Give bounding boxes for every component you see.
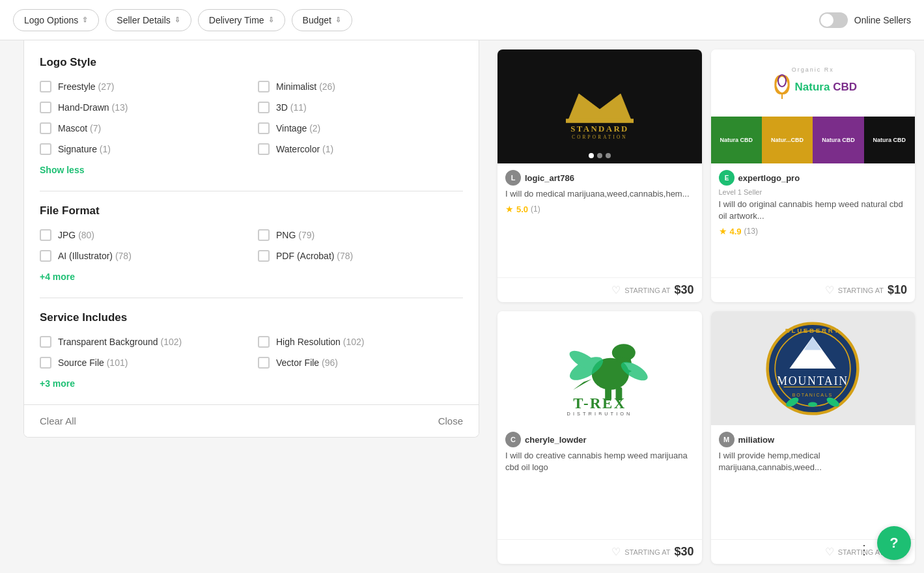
product-info-4: M miliatiow I will provide hemp,medical …	[711, 425, 916, 539]
product-image-3: T-REX DISTRIBUTION	[497, 311, 702, 425]
minimalist-box	[258, 81, 270, 92]
mascot-label: Mascot (7)	[58, 123, 101, 133]
product-desc-2: I will do original cannabis hemp weed na…	[719, 199, 908, 222]
vector-file-label: Vector File (96)	[276, 357, 338, 368]
jpg-label: JPG (80)	[58, 230, 94, 240]
seller-row-2: E expertlogo_pro	[719, 170, 908, 186]
panel-scroll[interactable]: Logo Style Freestyle (27) Minimalist (26…	[24, 40, 479, 404]
vintage-checkbox[interactable]: Vintage (2)	[258, 122, 463, 134]
product-desc-1: I will do medical marijuana,weed,cannabi…	[505, 188, 694, 200]
minimalist-label: Minimalist (26)	[276, 81, 335, 92]
svg-point-31	[808, 402, 817, 406]
natura-organic-label: Organic Rx	[769, 66, 857, 73]
png-checkbox[interactable]: PNG (79)	[258, 229, 463, 241]
logo-style-title: Logo Style	[40, 56, 463, 69]
seller-row-4: M miliatiow	[719, 432, 908, 447]
dot-3	[606, 153, 611, 158]
hand-drawn-checkbox[interactable]: Hand-Drawn (13)	[40, 102, 245, 113]
seller-avatar-3: C	[505, 432, 521, 447]
expert-badge-icon: E	[721, 172, 733, 184]
close-button[interactable]: Close	[438, 415, 463, 426]
svg-text:BOTANICALS: BOTANICALS	[792, 392, 833, 397]
product-image-2: Organic Rx Natura CBD	[711, 49, 916, 163]
hand-drawn-box	[40, 102, 51, 113]
service-includes-more-link[interactable]: +3 more	[40, 378, 75, 389]
svg-text:BLUEBERRY: BLUEBERRY	[785, 326, 840, 333]
minimalist-checkbox[interactable]: Minimalist (26)	[258, 81, 463, 92]
price-row-3: ♡ STARTING AT $30	[497, 539, 702, 564]
jpg-checkbox[interactable]: JPG (80)	[40, 229, 245, 241]
seller-avatar-4: M	[719, 432, 735, 447]
signature-checkbox[interactable]: Signature (1)	[40, 143, 245, 155]
seller-name-4: miliatiow	[738, 435, 775, 445]
signature-label: Signature (1)	[58, 144, 111, 154]
online-sellers-toggle[interactable]	[819, 12, 848, 28]
natura-text-green: Natura	[795, 81, 830, 93]
clear-all-button[interactable]: Clear All	[40, 415, 76, 426]
product-desc-3: I will do creative cannabis hemp weed ma…	[505, 450, 694, 473]
card1-dots	[589, 153, 611, 158]
source-file-checkbox[interactable]: Source File (101)	[40, 357, 245, 369]
star-icon-2: ★	[719, 226, 727, 236]
natura-cell-4: Natura CBD	[864, 117, 915, 163]
online-sellers-label: Online Sellers	[854, 15, 911, 25]
price-3: $30	[674, 545, 693, 559]
heart-icon-1[interactable]: ♡	[611, 284, 621, 296]
budget-filter[interactable]: Budget ⇩	[292, 9, 352, 31]
heart-icon-2[interactable]: ♡	[825, 284, 834, 296]
product-grid: STANDARD CORPORATION L logic_art786 I wi…	[488, 40, 924, 573]
natura-color-grid: Natura CBD Natur...CBD Natura CBD Natura…	[711, 117, 916, 163]
svg-marker-13	[573, 379, 592, 389]
help-button[interactable]: ?	[877, 526, 911, 560]
product-image-1: STANDARD CORPORATION	[497, 49, 702, 163]
svg-text:T-REX: T-REX	[573, 395, 626, 412]
freestyle-checkbox[interactable]: Freestyle (27)	[40, 81, 245, 92]
seller-name-1: logic_art786	[525, 173, 574, 183]
product-card-4: BLUEBERRY MOUNTAIN BOTANICALS M miliatio…	[711, 311, 916, 564]
seller-name-3: cheryle_lowder	[525, 435, 587, 445]
budget-label: Budget	[303, 15, 331, 25]
heart-icon-4[interactable]: ♡	[825, 546, 834, 558]
natura-text-purple: CBD	[833, 81, 857, 93]
file-format-section: File Format JPG (80) PNG (79) AI (Illust…	[40, 204, 463, 285]
show-less-link[interactable]: Show less	[40, 165, 84, 175]
transparent-bg-checkbox[interactable]: Transparent Background (102)	[40, 336, 245, 348]
dot-3-2	[597, 415, 602, 420]
divider-2	[40, 298, 463, 298]
service-includes-grid: Transparent Background (102) High Resolu…	[40, 336, 463, 369]
product-info-1: L logic_art786 I will do medical marijua…	[497, 163, 702, 277]
file-format-title: File Format	[40, 204, 463, 217]
high-res-checkbox[interactable]: High Resolution (102)	[258, 336, 463, 348]
ai-checkbox[interactable]: AI (Illustrator) (78)	[40, 250, 245, 262]
product-info-2: E expertlogo_pro Level 1 Seller I will d…	[711, 163, 916, 277]
online-sellers-container: Online Sellers	[819, 12, 911, 28]
star-icon-1: ★	[505, 204, 514, 214]
heart-icon-3[interactable]: ♡	[611, 546, 621, 558]
more-options-icon[interactable]: ⋮	[858, 542, 871, 557]
source-file-box	[40, 357, 51, 369]
seller-details-label: Seller Details	[117, 15, 170, 25]
dot-3-1	[589, 415, 594, 420]
rating-val-2: 4.9	[730, 227, 742, 236]
watercolor-checkbox[interactable]: Watercolor (1)	[258, 143, 463, 155]
logo-options-filter[interactable]: Logo Options ⇧	[13, 9, 99, 31]
pdf-checkbox[interactable]: PDF (Acrobat) (78)	[258, 250, 463, 262]
seller-avatar-1: L	[505, 170, 521, 186]
delivery-time-filter[interactable]: Delivery Time ⇩	[198, 9, 285, 31]
standard-corp-logo: STANDARD CORPORATION	[548, 71, 652, 143]
chevron-down-icon: ⇩	[268, 16, 274, 24]
logo-options-label: Logo Options	[24, 15, 78, 25]
mascot-checkbox[interactable]: Mascot (7)	[40, 122, 245, 134]
product-image-4: BLUEBERRY MOUNTAIN BOTANICALS	[711, 311, 916, 425]
3d-checkbox[interactable]: 3D (11)	[258, 102, 463, 113]
vector-file-checkbox[interactable]: Vector File (96)	[258, 357, 463, 369]
rating-count-1: (1)	[531, 204, 540, 214]
chevron-up-icon: ⇧	[82, 16, 88, 24]
file-format-more-link[interactable]: +4 more	[40, 272, 75, 282]
vector-file-box	[258, 357, 270, 369]
vintage-label: Vintage (2)	[276, 123, 320, 133]
pdf-box	[258, 250, 270, 262]
seller-details-filter[interactable]: Seller Details ⇩	[105, 9, 191, 31]
panel-footer: Clear All Close	[24, 404, 479, 437]
natura-cell-2: Natur...CBD	[762, 117, 813, 163]
